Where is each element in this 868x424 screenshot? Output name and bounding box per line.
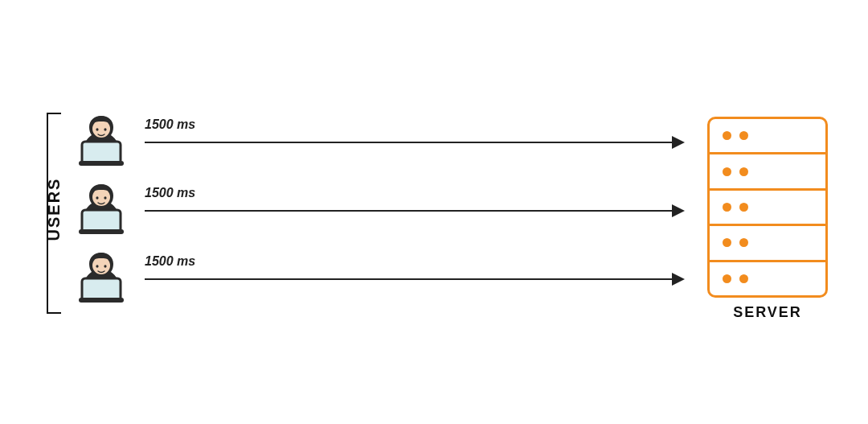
user-row: 1500 ms [72, 249, 691, 306]
svg-rect-4 [79, 161, 124, 166]
svg-rect-13 [82, 278, 121, 301]
request-arrow [145, 210, 683, 212]
request-arrow [145, 142, 683, 143]
svg-point-1 [96, 128, 98, 131]
svg-point-0 [92, 120, 110, 138]
user-laptop-icon [72, 113, 130, 167]
svg-rect-9 [79, 229, 124, 234]
server-label: SERVER [707, 304, 828, 321]
svg-point-10 [92, 257, 110, 274]
server-unit [710, 119, 825, 154]
users-to-server-diagram: USERS 1500 ms 1500 ms [0, 0, 868, 424]
server-unit [710, 262, 825, 295]
server-unit [710, 154, 825, 190]
server-unit [710, 226, 825, 261]
latency-label: 1500 ms [145, 186, 195, 200]
svg-point-7 [104, 196, 106, 200]
svg-rect-3 [82, 142, 121, 164]
svg-point-6 [96, 196, 98, 200]
users-bracket [47, 113, 61, 314]
svg-point-2 [104, 128, 106, 131]
user-row: 1500 ms [72, 113, 691, 169]
user-laptop-icon [72, 249, 130, 304]
latency-label: 1500 ms [145, 254, 195, 269]
latency-label: 1500 ms [145, 117, 195, 132]
svg-rect-8 [82, 210, 121, 233]
svg-point-12 [104, 265, 106, 268]
svg-rect-14 [79, 298, 124, 303]
svg-point-11 [96, 265, 98, 268]
request-arrow [145, 278, 683, 280]
server-icon [707, 117, 828, 298]
user-laptop-icon [72, 181, 130, 236]
svg-point-5 [92, 188, 110, 206]
server-unit [710, 191, 825, 226]
user-row: 1500 ms [72, 181, 691, 237]
